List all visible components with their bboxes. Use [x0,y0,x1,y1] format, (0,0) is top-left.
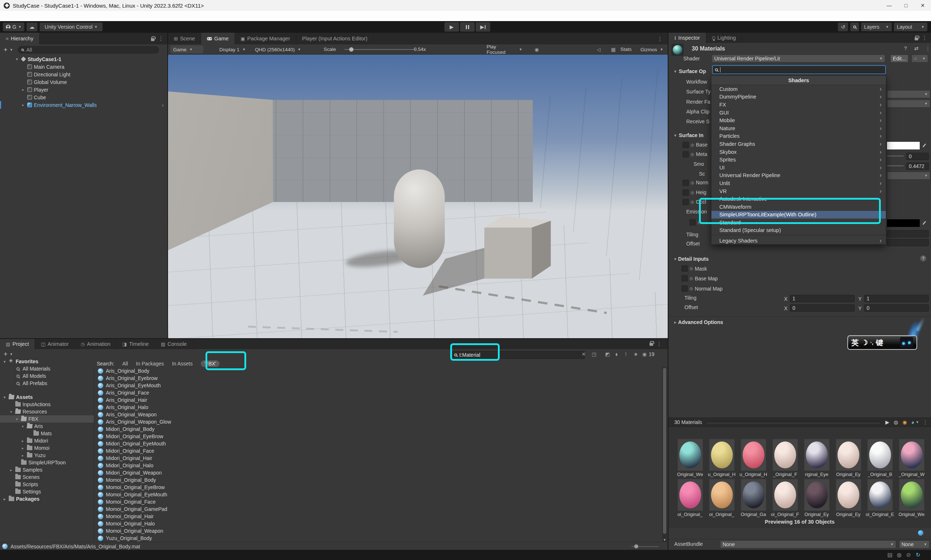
gizmos-dropdown[interactable]: Gizmos▼ [638,45,665,54]
asset-row[interactable]: Momoi_Original_GamePad [94,505,662,513]
clear-search-icon[interactable]: ✕ [582,351,586,357]
asset-row[interactable]: Midori_Original_EyeBrow [94,433,662,440]
menu-item[interactable] [9,11,19,21]
asset-row[interactable]: Midori_Original_Face [94,447,662,455]
shader-menu-item[interactable]: FX › [711,101,886,109]
project-folder-row[interactable]: Mats [0,430,94,437]
expand-arrow-icon[interactable]: ▸ [20,439,25,443]
debug-icon[interactable]: ◉ [535,46,539,52]
scroll-down-arrow[interactable]: ▼ [662,538,667,542]
mute-audio-icon[interactable]: ◁ [597,46,600,52]
tiling-y-field-stub[interactable] [887,230,929,237]
shader-menu-item[interactable]: Mobile › [711,116,886,125]
detail-inputs-header[interactable]: ▾ Detail Inputs [674,256,709,262]
shader-menu-item[interactable]: Nature › [711,125,886,132]
shader-search-input[interactable] [712,65,886,74]
notifications-icon[interactable]: ⊘ [906,552,911,558]
expand-arrow-icon[interactable]: ▾ [9,410,14,414]
smoothness-slider[interactable] [887,165,904,166]
shader-menu-item[interactable]: GUI › [711,109,886,117]
project-folder-row[interactable]: All Prefabs [0,380,94,387]
packages-activity-icon[interactable]: ◍ [897,552,902,558]
scale-slider[interactable] [345,49,415,50]
material-thumbnail[interactable]: u_Original_H [706,439,737,479]
scope-all[interactable]: All [122,361,128,366]
asset-row[interactable]: Aris_Original_Hair [94,396,662,404]
project-folder-row[interactable]: All Models [0,372,94,380]
expand-arrow-icon[interactable]: ▸ [20,454,25,457]
texture-slot[interactable] [683,142,689,148]
stats-button[interactable]: Stats [620,46,632,52]
asset-row[interactable]: Aris_Original_Body [94,367,662,375]
expand-arrow-icon[interactable]: ▾ [15,417,19,421]
undo-history-button[interactable]: ↺ [838,23,848,31]
asset-row[interactable]: Aris_Original_Halo [94,404,662,411]
detail-offset-x-field[interactable]: 0 [790,305,855,312]
texture-slot[interactable] [683,151,689,157]
warning-filter-icon[interactable]: ! [625,351,626,357]
hierarchy-item[interactable]: Cube [0,94,167,101]
material-thumbnail[interactable]: Original_We [674,439,706,479]
menu-item[interactable] [75,11,85,21]
texture-picker-icon[interactable]: ◎ [691,190,694,195]
inspector-property-row[interactable]: ◎ Receive S [686,118,709,125]
close-button[interactable]: ✕ [914,0,931,11]
texture-picker-icon[interactable]: ◎ [691,152,694,157]
material-thumbnail[interactable]: oi_Original_F [769,479,801,519]
material-thumbnail[interactable]: _Original_F [769,439,801,479]
favorite-search-icon[interactable]: ★ [634,351,638,357]
menu-item[interactable] [0,11,9,21]
expand-arrow-icon[interactable]: ▸ [21,88,25,92]
kebab-menu-icon[interactable]: ⋮ [922,35,927,41]
project-folder-row[interactable]: ▸ Yuzu [0,452,94,459]
smoothness-field[interactable]: 0.4472 [906,163,929,170]
shader-menu-item[interactable]: VR › [711,187,886,195]
detail-mask-row[interactable]: ◎ Mask [682,265,707,272]
layout-dropdown[interactable]: Layout ▼ [894,23,927,31]
inspector-property-row[interactable]: ◎ Sc [699,170,705,177]
project-folder-row[interactable]: ▾ Favorites [0,358,94,365]
texture-slot[interactable] [682,285,688,292]
create-asset-button[interactable]: + [4,351,8,358]
texture-slot[interactable] [682,265,688,272]
eyedropper-icon[interactable] [922,220,927,225]
shader-menu-item[interactable]: Particles › [711,132,886,140]
asset-row[interactable]: Yuzu_Original_Body [94,535,662,542]
metallic-slider[interactable] [887,155,904,156]
asset-type-filter-icon[interactable]: ◩ [605,351,610,357]
inspector-property-row[interactable]: ◎ Surface Ty [686,88,711,95]
asset-row[interactable]: Midori_Original_Body [94,425,662,433]
presets-icon[interactable]: ⇄ [914,45,919,51]
add-object-button[interactable]: + [4,46,8,54]
project-folder-row[interactable]: ▾ Resources [0,408,94,415]
material-thumbnail[interactable]: Original_We [896,479,927,519]
play-focused-dropdown[interactable]: Play Focused▼ [484,45,525,54]
detail-normalmap-row[interactable]: ◎ Normal Map [682,285,723,292]
shader-menu-item[interactable]: Sprites › [711,155,886,164]
expand-arrow-icon[interactable]: ▸ [2,497,7,501]
material-thumbnail[interactable]: oi_Original_ [674,479,706,519]
project-folder-row[interactable]: Scripts [0,481,94,488]
bottom-tab[interactable]: ◨ Timeline [117,339,155,349]
bottom-tab[interactable]: ◷ Animation [75,339,117,349]
shader-dropdown[interactable]: Universal Render Pipeline/Lit ▼ [712,55,885,63]
maximize-button[interactable]: □ [897,0,914,11]
resolution-dropdown[interactable]: QHD (2560x1440)▼ [252,45,321,54]
shader-menu-item[interactable]: Standard (Specular setup) [711,226,886,235]
project-folder-row[interactable]: ▾ FBX [0,415,94,423]
asset-row[interactable]: Midori_Original_Halo [94,462,662,469]
menu-item[interactable] [57,11,66,21]
kebab-menu-icon[interactable]: ⋮ [158,35,164,42]
scope-in-assets[interactable]: In Assets [172,361,193,366]
offset-y-field-stub[interactable] [887,239,929,246]
play-button[interactable]: ▶ [445,22,459,32]
preview-header[interactable]: 30 Materials ▶ ◍ ◉ ◕ ▼ ⋮ [668,417,931,427]
expand-arrow-icon[interactable]: ▾ [2,395,7,399]
expand-arrow-icon[interactable]: ▾ [2,360,7,364]
drag-handle[interactable] [707,421,880,423]
bottom-tab[interactable]: ◫ Animator [35,339,75,349]
project-folder-row[interactable]: Settings [0,488,94,495]
hierarchy-item[interactable]: Global Volume [0,78,167,86]
display-dropdown[interactable]: Display 1▼ [217,45,250,54]
texture-picker-icon[interactable]: ◎ [689,276,693,281]
